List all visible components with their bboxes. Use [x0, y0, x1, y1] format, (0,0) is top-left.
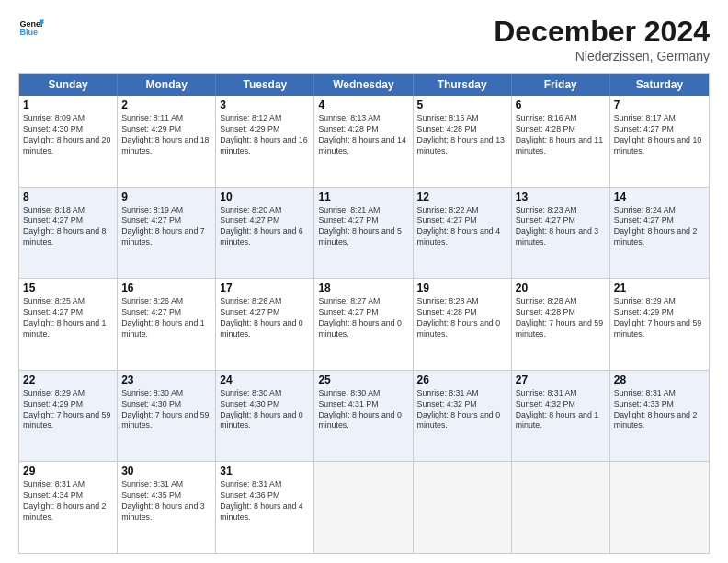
cell-info: Sunrise: 8:20 AMSunset: 4:27 PMDaylight:…: [220, 205, 310, 249]
cal-cell-3-2: 16Sunrise: 8:26 AMSunset: 4:27 PMDayligh…: [118, 279, 216, 370]
cell-info: Sunrise: 8:11 AMSunset: 4:29 PMDaylight:…: [121, 113, 211, 157]
day-number: 8: [23, 190, 113, 203]
header-day-monday: Monday: [118, 74, 216, 96]
cal-cell-5-1: 29Sunrise: 8:31 AMSunset: 4:34 PMDayligh…: [19, 462, 118, 553]
cal-cell-3-3: 17Sunrise: 8:26 AMSunset: 4:27 PMDayligh…: [216, 279, 314, 370]
day-number: 9: [121, 190, 211, 203]
cell-info: Sunrise: 8:29 AMSunset: 4:29 PMDaylight:…: [614, 296, 705, 340]
cal-cell-1-2: 2Sunrise: 8:11 AMSunset: 4:29 PMDaylight…: [118, 96, 216, 187]
cal-cell-3-5: 19Sunrise: 8:28 AMSunset: 4:28 PMDayligh…: [414, 279, 512, 370]
cal-cell-1-1: 1Sunrise: 8:09 AMSunset: 4:30 PMDaylight…: [19, 96, 118, 187]
day-number: 25: [318, 373, 408, 386]
day-number: 29: [23, 465, 113, 477]
day-number: 2: [121, 98, 211, 111]
cal-cell-1-6: 6Sunrise: 8:16 AMSunset: 4:28 PMDaylight…: [512, 96, 610, 187]
day-number: 15: [23, 282, 113, 294]
cell-info: Sunrise: 8:25 AMSunset: 4:27 PMDaylight:…: [23, 296, 113, 340]
day-number: 4: [318, 98, 408, 111]
day-number: 12: [417, 190, 507, 203]
cell-info: Sunrise: 8:12 AMSunset: 4:29 PMDaylight:…: [220, 113, 310, 157]
cell-info: Sunrise: 8:21 AMSunset: 4:27 PMDaylight:…: [318, 205, 408, 249]
calendar-header: SundayMondayTuesdayWednesdayThursdayFrid…: [19, 74, 709, 96]
cell-info: Sunrise: 8:23 AMSunset: 4:27 PMDaylight:…: [516, 205, 606, 249]
cal-cell-3-4: 18Sunrise: 8:27 AMSunset: 4:27 PMDayligh…: [314, 279, 413, 370]
cal-cell-1-3: 3Sunrise: 8:12 AMSunset: 4:29 PMDaylight…: [216, 96, 314, 187]
cell-info: Sunrise: 8:22 AMSunset: 4:27 PMDaylight:…: [417, 205, 507, 249]
cell-info: Sunrise: 8:18 AMSunset: 4:27 PMDaylight:…: [23, 205, 113, 249]
cal-cell-1-7: 7Sunrise: 8:17 AMSunset: 4:27 PMDaylight…: [610, 96, 709, 187]
cal-cell-2-3: 10Sunrise: 8:20 AMSunset: 4:27 PMDayligh…: [216, 188, 314, 279]
day-number: 18: [318, 282, 408, 294]
cal-cell-5-6: [512, 462, 610, 553]
header: General Blue December 2024 Niederzissen,…: [18, 15, 710, 63]
header-day-wednesday: Wednesday: [314, 74, 413, 96]
cal-cell-5-3: 31Sunrise: 8:31 AMSunset: 4:36 PMDayligh…: [216, 462, 314, 553]
logo-icon: General Blue: [18, 15, 44, 40]
cell-info: Sunrise: 8:31 AMSunset: 4:34 PMDaylight:…: [23, 479, 113, 523]
cal-cell-2-1: 8Sunrise: 8:18 AMSunset: 4:27 PMDaylight…: [19, 188, 118, 279]
cal-cell-4-7: 28Sunrise: 8:31 AMSunset: 4:33 PMDayligh…: [610, 371, 709, 462]
cell-info: Sunrise: 8:31 AMSunset: 4:32 PMDaylight:…: [516, 388, 606, 432]
cal-cell-4-2: 23Sunrise: 8:30 AMSunset: 4:30 PMDayligh…: [118, 371, 216, 462]
cal-cell-3-7: 21Sunrise: 8:29 AMSunset: 4:29 PMDayligh…: [610, 279, 709, 370]
cell-info: Sunrise: 8:31 AMSunset: 4:35 PMDaylight:…: [121, 479, 211, 523]
cal-cell-2-7: 14Sunrise: 8:24 AMSunset: 4:27 PMDayligh…: [610, 188, 709, 279]
cal-cell-3-1: 15Sunrise: 8:25 AMSunset: 4:27 PMDayligh…: [19, 279, 118, 370]
cell-info: Sunrise: 8:24 AMSunset: 4:27 PMDaylight:…: [614, 205, 705, 249]
day-number: 1: [23, 98, 113, 111]
calendar-row-2: 8Sunrise: 8:18 AMSunset: 4:27 PMDaylight…: [19, 187, 709, 279]
cal-cell-4-1: 22Sunrise: 8:29 AMSunset: 4:29 PMDayligh…: [19, 371, 118, 462]
day-number: 3: [220, 98, 310, 111]
title-block: December 2024 Niederzissen, Germany: [494, 15, 710, 63]
cell-info: Sunrise: 8:17 AMSunset: 4:27 PMDaylight:…: [614, 113, 705, 157]
cell-info: Sunrise: 8:09 AMSunset: 4:30 PMDaylight:…: [23, 113, 113, 157]
cal-cell-4-3: 24Sunrise: 8:30 AMSunset: 4:30 PMDayligh…: [216, 371, 314, 462]
cell-info: Sunrise: 8:16 AMSunset: 4:28 PMDaylight:…: [516, 113, 606, 157]
page: General Blue December 2024 Niederzissen,…: [0, 0, 728, 563]
day-number: 26: [417, 373, 507, 386]
cal-cell-2-4: 11Sunrise: 8:21 AMSunset: 4:27 PMDayligh…: [314, 188, 413, 279]
day-number: 27: [516, 373, 606, 386]
day-number: 14: [614, 190, 705, 203]
day-number: 13: [516, 190, 606, 203]
day-number: 10: [220, 190, 310, 203]
month-title: December 2024: [494, 15, 710, 49]
day-number: 23: [121, 373, 211, 386]
cell-info: Sunrise: 8:28 AMSunset: 4:28 PMDaylight:…: [516, 296, 606, 340]
day-number: 30: [121, 465, 211, 477]
cal-cell-4-6: 27Sunrise: 8:31 AMSunset: 4:32 PMDayligh…: [512, 371, 610, 462]
cell-info: Sunrise: 8:26 AMSunset: 4:27 PMDaylight:…: [220, 296, 310, 340]
day-number: 24: [220, 373, 310, 386]
calendar-row-1: 1Sunrise: 8:09 AMSunset: 4:30 PMDaylight…: [19, 96, 709, 187]
cal-cell-2-5: 12Sunrise: 8:22 AMSunset: 4:27 PMDayligh…: [414, 188, 512, 279]
calendar-row-4: 22Sunrise: 8:29 AMSunset: 4:29 PMDayligh…: [19, 370, 709, 462]
day-number: 17: [220, 282, 310, 294]
cell-info: Sunrise: 8:29 AMSunset: 4:29 PMDaylight:…: [23, 388, 113, 432]
cal-cell-5-5: [414, 462, 512, 553]
header-day-sunday: Sunday: [19, 74, 118, 96]
cell-info: Sunrise: 8:28 AMSunset: 4:28 PMDaylight:…: [417, 296, 507, 340]
cal-cell-1-5: 5Sunrise: 8:15 AMSunset: 4:28 PMDaylight…: [414, 96, 512, 187]
header-day-saturday: Saturday: [610, 74, 709, 96]
day-number: 7: [614, 98, 705, 111]
cell-info: Sunrise: 8:30 AMSunset: 4:30 PMDaylight:…: [121, 388, 211, 432]
cal-cell-3-6: 20Sunrise: 8:28 AMSunset: 4:28 PMDayligh…: [512, 279, 610, 370]
cell-info: Sunrise: 8:31 AMSunset: 4:33 PMDaylight:…: [614, 388, 705, 432]
cal-cell-1-4: 4Sunrise: 8:13 AMSunset: 4:28 PMDaylight…: [314, 96, 413, 187]
cal-cell-4-4: 25Sunrise: 8:30 AMSunset: 4:31 PMDayligh…: [314, 371, 413, 462]
logo: General Blue: [18, 15, 44, 40]
calendar: SundayMondayTuesdayWednesdayThursdayFrid…: [18, 73, 710, 554]
cell-info: Sunrise: 8:27 AMSunset: 4:27 PMDaylight:…: [318, 296, 408, 340]
calendar-row-3: 15Sunrise: 8:25 AMSunset: 4:27 PMDayligh…: [19, 278, 709, 370]
header-day-thursday: Thursday: [414, 74, 512, 96]
cal-cell-5-2: 30Sunrise: 8:31 AMSunset: 4:35 PMDayligh…: [118, 462, 216, 553]
day-number: 22: [23, 373, 113, 386]
cell-info: Sunrise: 8:13 AMSunset: 4:28 PMDaylight:…: [318, 113, 408, 157]
cell-info: Sunrise: 8:15 AMSunset: 4:28 PMDaylight:…: [417, 113, 507, 157]
day-number: 16: [121, 282, 211, 294]
day-number: 11: [318, 190, 408, 203]
header-day-friday: Friday: [512, 74, 610, 96]
cell-info: Sunrise: 8:26 AMSunset: 4:27 PMDaylight:…: [121, 296, 211, 340]
day-number: 6: [516, 98, 606, 111]
day-number: 20: [516, 282, 606, 294]
